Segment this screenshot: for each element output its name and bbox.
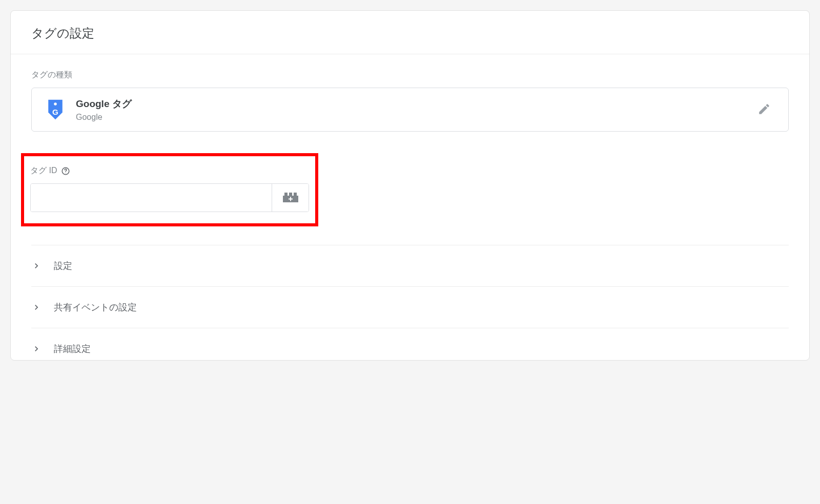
svg-point-3 <box>66 173 66 173</box>
svg-rect-9 <box>290 197 291 201</box>
tag-id-input-group <box>30 183 309 212</box>
variable-brick-icon <box>282 191 299 205</box>
svg-rect-6 <box>289 193 292 196</box>
chevron-right-icon <box>31 302 42 312</box>
google-tag-icon: G <box>46 98 65 121</box>
pencil-icon <box>757 102 771 117</box>
accordion-row-shared-events[interactable]: 共有イベントの設定 <box>31 286 789 328</box>
svg-point-0 <box>54 102 57 106</box>
tag-type-title: Google タグ <box>76 97 743 111</box>
tag-type-section-label: タグの種類 <box>31 70 789 80</box>
tag-settings-card: タグの設定 タグの種類 G Google タグ Google <box>10 10 810 361</box>
edit-tag-type-button[interactable] <box>754 99 774 120</box>
tag-id-highlight: タグ ID <box>21 153 318 226</box>
accordion-row-advanced[interactable]: 詳細設定 <box>31 328 789 360</box>
tag-type-box[interactable]: G Google タグ Google <box>31 88 789 132</box>
accordion: 設定 共有イベントの設定 詳細設定 <box>31 245 789 360</box>
accordion-label: 設定 <box>54 260 72 272</box>
accordion-label: 詳細設定 <box>54 343 91 355</box>
chevron-right-icon <box>31 261 42 271</box>
help-icon[interactable] <box>61 166 70 176</box>
chevron-right-icon <box>31 344 42 354</box>
svg-rect-7 <box>294 193 297 196</box>
tag-id-label-row: タグ ID <box>30 165 309 176</box>
svg-rect-5 <box>284 193 288 196</box>
tag-type-texts: Google タグ Google <box>76 97 743 122</box>
card-title: タグの設定 <box>11 11 809 54</box>
accordion-row-settings[interactable]: 設定 <box>31 245 789 286</box>
accordion-label: 共有イベントの設定 <box>54 301 137 313</box>
tag-type-subtitle: Google <box>76 113 743 122</box>
tag-id-label: タグ ID <box>30 165 57 176</box>
insert-variable-button[interactable] <box>272 184 309 212</box>
svg-text:G: G <box>52 108 58 116</box>
tag-id-input[interactable] <box>31 184 272 212</box>
card-body: タグの種類 G Google タグ Google <box>11 54 809 360</box>
